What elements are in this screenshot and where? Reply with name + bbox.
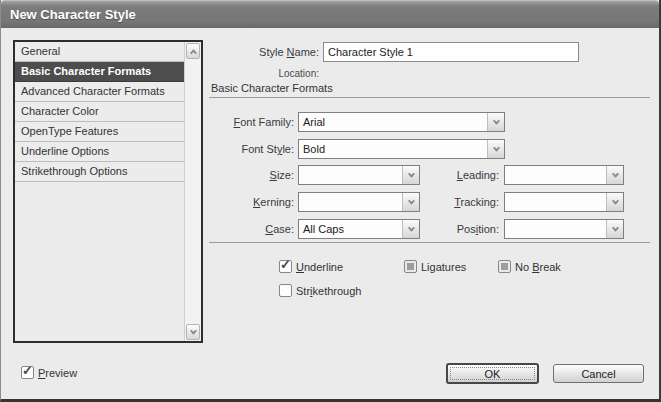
- checkbox-box: [498, 260, 511, 273]
- checkbox-divider: [209, 242, 650, 243]
- list-item-strikethrough-options[interactable]: Strikethrough Options: [15, 162, 184, 182]
- kerning-label: Kerning:: [209, 196, 294, 208]
- style-options-list: General Basic Character Formats Advanced…: [13, 40, 203, 343]
- chevron-down-icon: [407, 170, 414, 177]
- kerning-dropdown-button[interactable]: [402, 193, 419, 211]
- list-scrollbar[interactable]: [184, 42, 201, 341]
- chevron-down-icon: [407, 197, 414, 204]
- cancel-button[interactable]: Cancel: [553, 364, 644, 383]
- checkbox-box: [404, 260, 417, 273]
- chevron-down-icon: [611, 170, 618, 177]
- checkbox-box: ✓: [279, 260, 292, 273]
- ligatures-checkbox-label: Ligatures: [421, 261, 466, 273]
- font-style-value: Bold: [299, 143, 487, 155]
- chevron-down-icon: [407, 224, 414, 231]
- dialog-title: New Character Style: [10, 7, 136, 22]
- location-label: Location:: [209, 68, 319, 79]
- check-icon: ✓: [22, 363, 33, 378]
- no-break-checkbox-label: No Break: [515, 261, 561, 273]
- list-item-advanced-character-formats[interactable]: Advanced Character Formats: [15, 82, 184, 102]
- tracking-dropdown-button[interactable]: [606, 193, 623, 211]
- case-dropdown-button[interactable]: [402, 220, 419, 238]
- font-style-combobox[interactable]: Bold: [298, 139, 505, 159]
- preview-checkbox[interactable]: ✓ Preview: [21, 366, 77, 379]
- font-style-label: Font Style:: [209, 143, 294, 155]
- list-item-opentype-features[interactable]: OpenType Features: [15, 122, 184, 142]
- font-family-value: Arial: [299, 116, 487, 128]
- scroll-down-button[interactable]: [186, 324, 200, 340]
- chevron-down-icon: [611, 197, 618, 204]
- case-combobox[interactable]: All Caps: [298, 219, 420, 239]
- list-item-character-color[interactable]: Character Color: [15, 102, 184, 122]
- size-label: Size:: [209, 169, 294, 181]
- position-combobox[interactable]: [504, 219, 624, 239]
- size-dropdown-button[interactable]: [402, 166, 419, 184]
- dialog-body: General Basic Character Formats Advanced…: [1, 28, 659, 399]
- chevron-down-icon: [492, 117, 499, 124]
- case-label: Case:: [209, 223, 294, 235]
- strikethrough-checkbox[interactable]: Strikethrough: [279, 284, 361, 297]
- strikethrough-checkbox-label: Strikethrough: [296, 285, 361, 297]
- checkbox-box: ✓: [21, 366, 34, 379]
- leading-dropdown-button[interactable]: [606, 166, 623, 184]
- checkbox-box: [279, 284, 292, 297]
- tracking-combobox[interactable]: [504, 192, 624, 212]
- ok-button[interactable]: OK: [446, 363, 539, 384]
- style-options-items: General Basic Character Formats Advanced…: [15, 42, 184, 182]
- underline-checkbox-label: Underline: [296, 261, 343, 273]
- scroll-up-button[interactable]: [186, 43, 200, 59]
- mixed-state-icon: [407, 263, 414, 270]
- case-value: All Caps: [299, 223, 402, 235]
- section-divider: [209, 97, 650, 98]
- chevron-down-icon: [611, 224, 618, 231]
- ligatures-checkbox[interactable]: Ligatures: [404, 260, 466, 273]
- position-dropdown-button[interactable]: [606, 220, 623, 238]
- chevron-up-icon: [189, 49, 196, 56]
- leading-combobox[interactable]: [504, 165, 624, 185]
- no-break-checkbox[interactable]: No Break: [498, 260, 561, 273]
- section-heading: Basic Character Formats: [211, 82, 333, 94]
- new-character-style-dialog: New Character Style General Basic Charac…: [0, 0, 661, 402]
- underline-checkbox[interactable]: ✓ Underline: [279, 260, 343, 273]
- font-style-dropdown-button[interactable]: [487, 140, 504, 158]
- kerning-combobox[interactable]: [298, 192, 420, 212]
- position-label: Position:: [419, 223, 499, 235]
- chevron-down-icon: [492, 144, 499, 151]
- list-item-general[interactable]: General: [15, 42, 184, 62]
- font-family-combobox[interactable]: Arial: [298, 112, 505, 132]
- mixed-state-icon: [501, 263, 508, 270]
- check-icon: ✓: [280, 257, 291, 272]
- font-family-label: Font Family:: [209, 116, 294, 128]
- font-family-dropdown-button[interactable]: [487, 113, 504, 131]
- leading-label: Leading:: [419, 169, 499, 181]
- size-combobox[interactable]: [298, 165, 420, 185]
- style-name-label: Style Name:: [209, 46, 319, 58]
- preview-checkbox-label: Preview: [38, 367, 77, 379]
- list-item-underline-options[interactable]: Underline Options: [15, 142, 184, 162]
- tracking-label: Tracking:: [419, 196, 499, 208]
- list-item-basic-character-formats[interactable]: Basic Character Formats: [15, 62, 184, 82]
- title-bar[interactable]: New Character Style: [1, 0, 659, 28]
- chevron-down-icon: [189, 327, 196, 334]
- style-name-input[interactable]: [323, 42, 579, 62]
